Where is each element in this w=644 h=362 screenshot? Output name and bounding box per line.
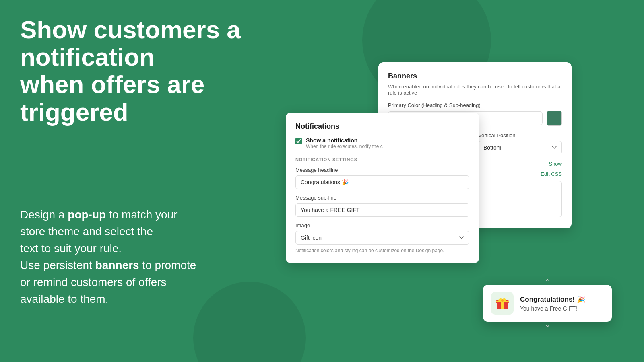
image-label: Image bbox=[295, 222, 469, 228]
popup-subline: You have a Free GIFT! bbox=[520, 305, 585, 312]
notification-settings-header: NOTIFICATION SETTINGS bbox=[295, 157, 469, 162]
primary-color-label: Primary Color (Heading & Sub-heading) bbox=[388, 102, 562, 108]
message-headline-label: Message headline bbox=[295, 167, 469, 173]
banners-description: When enabled on individual rules they ca… bbox=[388, 84, 562, 96]
show-notification-row: Show a notification When the rule execut… bbox=[295, 137, 469, 149]
popup-arrow-down-icon: ⌄ bbox=[545, 320, 551, 329]
color-swatch[interactable] bbox=[547, 111, 562, 126]
popup-text-area: Congratulations! 🎉 You have a Free GIFT! bbox=[520, 295, 585, 312]
default-banner-css-show-link[interactable]: Show bbox=[549, 161, 562, 167]
popup-arrow-up-icon: ⌃ bbox=[545, 278, 551, 286]
notifications-title: Notifications bbox=[295, 122, 469, 131]
message-headline-input[interactable] bbox=[295, 175, 469, 189]
banners-title: Banners bbox=[388, 72, 562, 80]
message-subline-input[interactable] bbox=[295, 203, 469, 217]
show-notification-checkbox[interactable] bbox=[295, 138, 302, 144]
description-text: Design a pop-up to match your store them… bbox=[20, 206, 302, 308]
customised-banner-css-edit-link[interactable]: Edit CSS bbox=[541, 171, 562, 177]
svg-point-6 bbox=[501, 299, 504, 302]
image-select[interactable]: Gift Icon No Image Star Icon bbox=[295, 231, 469, 245]
notification-note: Notification colors and styling can be c… bbox=[295, 248, 469, 253]
gift-icon bbox=[495, 296, 510, 311]
left-section: Show customers a notification when offer… bbox=[20, 16, 302, 308]
vertical-position-label: Vertical Position bbox=[478, 132, 562, 138]
checkbox-sub-label: When the rule executes, notify the c bbox=[306, 144, 383, 149]
vertical-position-group: Vertical Position Bottom Top Middle bbox=[478, 132, 562, 154]
message-subline-label: Message sub-line bbox=[295, 195, 469, 201]
gift-icon-wrap bbox=[491, 292, 514, 315]
checkbox-main-label: Show a notification bbox=[306, 137, 383, 144]
vertical-position-select[interactable]: Bottom Top Middle bbox=[478, 141, 562, 154]
popup-headline: Congratulations! 🎉 bbox=[520, 295, 585, 304]
main-heading: Show customers a notification when offer… bbox=[20, 16, 302, 126]
notifications-panel: Notifications Show a notification When t… bbox=[286, 113, 479, 263]
notification-popup: ⌃ Congratulations! 🎉 You have a Free GIF… bbox=[483, 285, 612, 322]
